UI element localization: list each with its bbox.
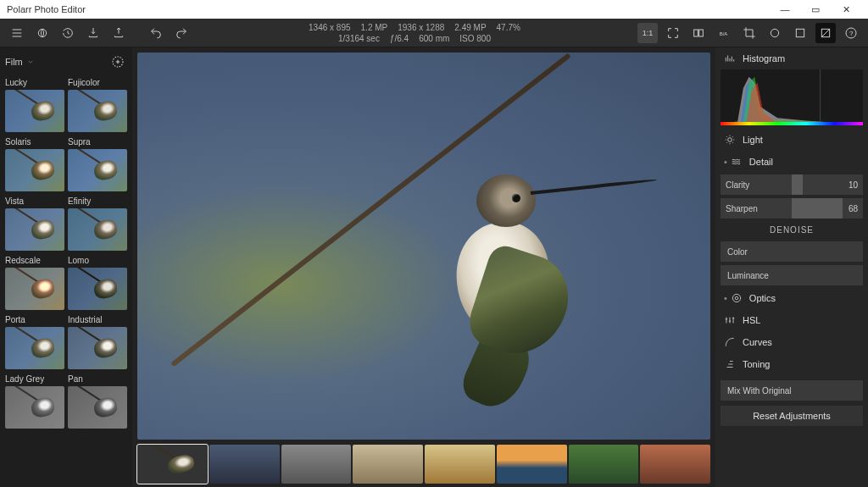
- optics-panel-header[interactable]: Optics: [715, 287, 868, 309]
- svg-text:B/A: B/A: [720, 30, 728, 36]
- svg-point-13: [735, 296, 738, 300]
- curves-icon: [724, 336, 736, 348]
- compare-button[interactable]: [688, 23, 709, 43]
- detail-panel-header[interactable]: Detail: [715, 151, 868, 173]
- film-thumb[interactable]: [209, 445, 280, 484]
- fullscreen-button[interactable]: [663, 23, 683, 43]
- close-button[interactable]: ✕: [831, 4, 861, 15]
- mix-with-original-button[interactable]: Mix With Original: [721, 380, 863, 401]
- filter-label: Lucky: [5, 76, 64, 90]
- redo-button[interactable]: [171, 23, 192, 43]
- svg-rect-2: [699, 30, 704, 36]
- menu-button[interactable]: [7, 23, 27, 43]
- toning-panel-header[interactable]: Toning: [715, 353, 868, 375]
- clarity-slider[interactable]: Clarity 10: [721, 174, 863, 195]
- svg-point-0: [38, 29, 46, 36]
- filter-item-supra[interactable]: Supra: [68, 136, 127, 191]
- filter-label: Vista: [5, 195, 64, 208]
- lens-icon[interactable]: [32, 23, 53, 43]
- filter-item-solaris[interactable]: Solaris: [5, 136, 64, 191]
- filter-item-fujicolor[interactable]: Fujicolor: [68, 76, 127, 132]
- svg-rect-5: [796, 29, 804, 36]
- maximize-button[interactable]: ▭: [800, 4, 831, 15]
- minimize-button[interactable]: —: [770, 4, 800, 14]
- filter-item-pan[interactable]: Pan: [68, 373, 127, 429]
- filter-label: Pan: [68, 373, 127, 386]
- filter-item-lucky[interactable]: Lucky: [5, 76, 64, 132]
- sharpen-slider[interactable]: Sharpen 68: [721, 198, 863, 219]
- zoom-1to1-button[interactable]: 1:1: [637, 23, 658, 43]
- film-thumb[interactable]: [425, 445, 495, 484]
- film-thumb[interactable]: [137, 445, 208, 484]
- adjustments-button[interactable]: [815, 23, 836, 43]
- filter-thumb: [68, 268, 127, 310]
- filter-label: Efinity: [68, 195, 127, 208]
- filter-label: Redscale: [5, 254, 64, 268]
- filter-item-redscale[interactable]: Redscale: [5, 254, 64, 310]
- filter-label: Industrial: [68, 313, 127, 327]
- filter-item-vista[interactable]: Vista: [5, 195, 64, 251]
- detail-icon: [731, 156, 743, 168]
- before-after-button[interactable]: B/A: [714, 23, 734, 43]
- filter-thumb: [68, 149, 127, 191]
- hsl-panel-header[interactable]: HSL: [715, 309, 868, 331]
- svg-text:?: ?: [849, 29, 854, 36]
- radial-mask-button[interactable]: [765, 23, 785, 43]
- adjustments-sidebar: Histogram Light Detail Clarity 10: [715, 47, 868, 487]
- toning-icon: [724, 358, 736, 370]
- add-filter-button[interactable]: [108, 53, 127, 71]
- filter-label: Lady Grey: [5, 373, 64, 386]
- svg-point-12: [732, 294, 740, 302]
- light-panel-header[interactable]: Light: [715, 129, 868, 151]
- filter-item-efinity[interactable]: Efinity: [68, 195, 127, 251]
- canvas-area: [132, 47, 715, 487]
- denoise-luminance-slider[interactable]: Luminance: [721, 265, 863, 285]
- top-toolbar: 1346 x 8951.2 MP 1936 x 12882.49 MP 47.7…: [0, 19, 868, 47]
- crop-button[interactable]: [739, 23, 760, 43]
- gradient-mask-button[interactable]: [790, 23, 810, 43]
- film-thumb[interactable]: [640, 445, 710, 484]
- denoise-color-slider[interactable]: Color: [721, 241, 863, 262]
- filter-thumb: [68, 327, 127, 369]
- filter-thumb: [5, 327, 64, 369]
- svg-rect-1: [694, 30, 698, 36]
- undo-button[interactable]: [146, 23, 166, 43]
- filter-item-lady-grey[interactable]: Lady Grey: [5, 373, 64, 429]
- histogram-icon: [724, 53, 736, 64]
- histogram-display: [721, 69, 863, 125]
- filter-thumb: [68, 208, 127, 251]
- history-button[interactable]: [58, 23, 78, 43]
- help-button[interactable]: ?: [841, 23, 861, 43]
- film-thumb[interactable]: [569, 445, 639, 484]
- filter-thumb: [5, 90, 64, 132]
- sliders-icon: [724, 314, 736, 326]
- film-thumb[interactable]: [281, 445, 352, 484]
- filter-label: Fujicolor: [68, 76, 127, 90]
- reset-adjustments-button[interactable]: Reset Adjustments: [721, 406, 863, 426]
- filter-thumb: [5, 208, 64, 251]
- filter-thumb: [68, 386, 127, 429]
- chevron-down-icon: [26, 58, 35, 66]
- export-button[interactable]: [108, 23, 129, 43]
- window-title: Polarr Photo Editor: [7, 4, 86, 14]
- curves-panel-header[interactable]: Curves: [715, 331, 868, 353]
- image-meta: 1346 x 8951.2 MP 1936 x 12882.49 MP 47.7…: [197, 23, 632, 43]
- film-thumb[interactable]: [497, 445, 567, 484]
- filter-item-industrial[interactable]: Industrial: [68, 313, 127, 369]
- svg-point-4: [771, 29, 778, 36]
- filters-sidebar: Film LuckyFujicolorSolarisSupraVistaEfin…: [0, 47, 132, 487]
- import-button[interactable]: [83, 23, 103, 43]
- filter-label: Solaris: [5, 136, 64, 149]
- svg-point-11: [728, 138, 732, 142]
- photo-canvas[interactable]: [137, 53, 710, 440]
- denoise-section-title: DENOISE: [715, 220, 868, 240]
- filter-item-lomo[interactable]: Lomo: [68, 254, 127, 310]
- sun-icon: [724, 134, 736, 146]
- film-thumb[interactable]: [353, 445, 423, 484]
- filter-item-porta[interactable]: Porta: [5, 313, 64, 369]
- filter-label: Lomo: [68, 254, 127, 268]
- filter-thumb: [5, 268, 64, 310]
- histogram-header[interactable]: Histogram: [715, 47, 868, 69]
- filter-category-dropdown[interactable]: Film: [5, 57, 35, 67]
- aperture-icon: [731, 292, 743, 304]
